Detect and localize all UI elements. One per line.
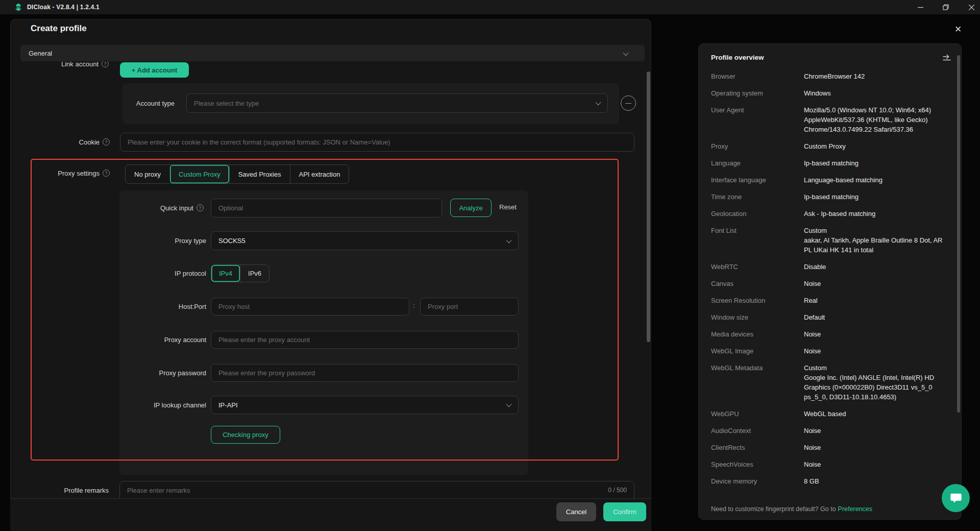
proxy-account-input[interactable]: Please enter the proxy account [211, 331, 519, 349]
overview-row: ClientRectsNoise [711, 443, 950, 452]
proxy-tab-custom-proxy[interactable]: Custom Proxy [169, 165, 229, 183]
dialog-close-icon[interactable]: ✕ [951, 22, 965, 36]
proxy-account-label: Proxy account [119, 334, 206, 345]
overview-row: WebRTCDisable [711, 262, 950, 272]
quick-input-label: Quick input? [117, 203, 204, 213]
proxy-type-select[interactable]: SOCKS5 [211, 231, 519, 250]
confirm-button[interactable]: Confirm [603, 502, 646, 521]
ip-lookup-channel-label: IP lookup channel [119, 400, 206, 410]
analyze-button[interactable]: Analyze [450, 199, 492, 217]
overview-row-label: Browser [711, 71, 804, 81]
ip-protocol-label: IP protocol [119, 268, 206, 278]
overview-row-label: WebGPU [711, 409, 804, 419]
titlebar: DICloak - V2.8.4 | 1.2.4.1 [0, 0, 980, 14]
overview-row-value: Ip-based matching [804, 192, 950, 202]
overview-row-value: Noise [804, 460, 950, 469]
overview-row: Time zoneIp-based matching [711, 192, 950, 202]
ip-lookup-channel-select[interactable]: IP-API [211, 396, 519, 414]
overview-row-label: Font List [711, 226, 804, 255]
overview-row-label: WebGL Metadata [711, 363, 804, 402]
chat-bubble-icon [949, 492, 963, 505]
overview-row: Font ListCustom aakar, Al Tarikh, Apple … [711, 226, 950, 255]
dialog-scrollbar[interactable] [647, 71, 650, 342]
quick-input-field[interactable]: Optional [211, 199, 442, 218]
profile-overview-title: Profile overview [711, 54, 764, 61]
proxy-type-label: Proxy type [119, 235, 206, 246]
proxy-password-input[interactable]: Please enter the proxy password [211, 364, 519, 382]
chevron-down-icon [623, 50, 628, 56]
overview-row-value: Ip-based matching [804, 158, 950, 168]
host-port-separator: : [413, 302, 415, 309]
section-general[interactable]: General [20, 45, 645, 61]
proxy-tab-saved-proxies[interactable]: Saved Proxies [229, 165, 290, 183]
overview-row: WebGPUWebGL based [711, 409, 950, 419]
remove-account-button[interactable] [621, 95, 636, 111]
overview-row-label: WebRTC [711, 262, 804, 272]
help-icon[interactable]: ? [103, 170, 110, 177]
overview-row: WebGL MetadataCustom Google Inc. (Intel)… [711, 363, 950, 402]
dialog-title: Create profile [31, 23, 87, 34]
overview-row-label: Operating system [711, 88, 804, 98]
overview-row-value: Real [804, 296, 950, 305]
overview-row-value: 8 GB [804, 476, 950, 486]
overview-row: LanguageIp-based matching [711, 158, 950, 168]
fingerprint-footer-note: Need to customize fingerprint default? G… [711, 505, 872, 513]
help-icon[interactable]: ? [102, 60, 109, 67]
overview-row-value: Custom aakar, Al Tarikh, Apple Braille O… [804, 226, 950, 255]
overview-row: GeolocationAsk - Ip-based matching [711, 209, 950, 219]
overview-row: Device memory8 GB [711, 476, 950, 486]
proxy-host-input[interactable]: Proxy host [211, 298, 409, 316]
overview-row-value: WebGL based [804, 409, 950, 419]
remarks-char-counter: 0 / 500 [608, 487, 627, 494]
dialog-footer: Cancel Confirm [10, 498, 651, 531]
overview-row-value: Noise [804, 426, 950, 436]
overview-row-label: Media devices [711, 329, 804, 339]
proxy-tab-api-extraction[interactable]: API extraction [290, 165, 349, 183]
add-account-button[interactable]: + Add account [120, 62, 189, 78]
app-window: DICloak - V2.8.4 | 1.2.4.1 Create profil… [0, 0, 980, 531]
overview-row-label: Time zone [711, 192, 804, 202]
ip-protocol-option-ipv6[interactable]: IPv6 [240, 265, 269, 282]
overview-row: Media devicesNoise [711, 329, 950, 339]
collapse-panel-icon[interactable] [942, 54, 951, 63]
account-type-label: Account type [88, 98, 175, 108]
overview-row-label: User Agent [711, 105, 804, 134]
chevron-down-icon [506, 237, 511, 243]
overview-row-value: Custom Proxy [804, 141, 950, 151]
overview-row: Interface languageLanguage-based matchin… [711, 175, 950, 185]
sidebar-scrollbar[interactable] [957, 55, 960, 413]
proxy-tab-no-proxy[interactable]: No proxy [126, 165, 169, 183]
window-minimize-button[interactable] [912, 0, 929, 14]
overview-row-label: AudioContext [711, 426, 804, 436]
overview-row-value: Windows [804, 88, 950, 98]
overview-row-label: WebGL Image [711, 346, 804, 356]
help-icon[interactable]: ? [103, 138, 110, 146]
reset-link[interactable]: Reset [499, 203, 517, 211]
overview-row-label: ClientRects [711, 443, 804, 452]
chevron-down-icon [506, 401, 511, 407]
checking-proxy-button[interactable]: Checking proxy [211, 426, 280, 444]
chevron-down-icon [595, 100, 601, 105]
support-chat-button[interactable] [942, 484, 970, 512]
proxy-port-input[interactable]: Proxy port [420, 298, 519, 316]
overview-row-value: Custom Google Inc. (Intel) ANGLE (Intel,… [804, 363, 950, 402]
window-close-button[interactable] [963, 0, 980, 14]
overview-row-value: Ask - Ip-based matching [804, 209, 950, 219]
overview-row-value: ChromeBrowser 142 [804, 71, 950, 81]
overview-row-label: Canvas [711, 279, 804, 288]
preferences-link[interactable]: Preferences [838, 505, 872, 513]
profile-remarks-label: Profile remarks [22, 485, 109, 495]
help-icon[interactable]: ? [197, 204, 204, 211]
overview-row: User AgentMozilla/5.0 (Windows NT 10.0; … [711, 105, 950, 134]
overview-row-value: Noise [804, 279, 950, 288]
overview-row-value: Language-based matching [804, 175, 950, 185]
overview-row-label: Window size [711, 312, 804, 322]
overview-row: WebGL ImageNoise [711, 346, 950, 356]
account-type-select[interactable]: Please select the type [186, 93, 608, 113]
cookie-input[interactable]: Please enter your cookie in the correct … [120, 133, 634, 152]
ip-protocol-option-ipv4[interactable]: IPv4 [211, 265, 240, 282]
proxy-settings-label: Proxy settings? [23, 168, 110, 178]
app-logo-icon [14, 3, 22, 11]
cancel-button[interactable]: Cancel [556, 502, 596, 521]
window-restore-button[interactable] [937, 0, 954, 14]
